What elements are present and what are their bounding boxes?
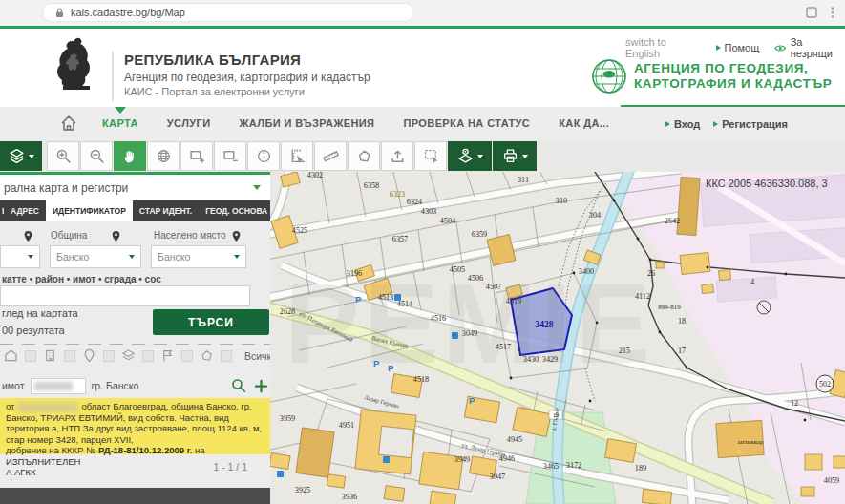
- print-menu-button[interactable]: [493, 141, 537, 171]
- parcel-label: 3959: [280, 414, 295, 423]
- agency-logo[interactable]: АГЕНЦИЯ ПО ГЕОДЕЗИЯ, КАРТОГРАФИЯ И КАДАС…: [590, 57, 832, 95]
- imot-number-input[interactable]: [31, 378, 86, 394]
- panel-footer-bar[interactable]: [0, 488, 270, 504]
- nav-item-karta[interactable]: КАРТА: [88, 107, 153, 140]
- parcel-label: 311: [518, 176, 529, 184]
- chevron-right-icon: [713, 121, 718, 127]
- polygon-icon: [356, 148, 372, 164]
- filter-checkbox[interactable]: [181, 350, 193, 362]
- select-region-button[interactable]: [414, 141, 447, 171]
- address-field[interactable]: kais.cadastre.bg/bg/Map: [42, 3, 414, 22]
- flag-icon[interactable]: [160, 348, 175, 363]
- parcel-label: 4525: [292, 226, 307, 235]
- browser-menu-icon[interactable]: [826, 6, 839, 19]
- identify-button[interactable]: [247, 141, 280, 171]
- measure-distance-button[interactable]: [314, 141, 347, 171]
- map-viewport[interactable]: 4302635863236324430345043113103042642452…: [270, 172, 845, 504]
- search-tab-стар-идент-[interactable]: СТАР ИДЕНТ.: [133, 200, 199, 221]
- export-button[interactable]: [381, 141, 413, 171]
- parcel-label: 18: [678, 317, 686, 326]
- nav-accent-line: [621, 105, 845, 107]
- browser-extension-icon[interactable]: [805, 6, 818, 19]
- parcel-label: 3949: [454, 455, 470, 464]
- info-layers-menu-button[interactable]: [448, 141, 492, 171]
- ekatte-label: катте • район • имот • сграда • сос: [2, 274, 161, 284]
- settlement-pin: [231, 230, 242, 242]
- info-layers-icon: [457, 148, 474, 164]
- pagination[interactable]: 1 - 1 / 1: [213, 461, 247, 472]
- overview-button[interactable]: [147, 141, 180, 171]
- search-panel: рална карта и регистри ЕАДРЕСИДЕНТИФИКАТ…: [0, 172, 270, 504]
- nav-link-registracia[interactable]: Регистрация: [713, 118, 788, 130]
- chevron-down-icon: [129, 255, 135, 259]
- parcel-label: 4951: [339, 421, 354, 430]
- municipality-label-row: Община: [51, 230, 87, 241]
- zoom-rect-in-button[interactable]: [180, 141, 213, 171]
- imot-search-row: имот гр. Банско: [2, 376, 268, 395]
- filter-checkbox[interactable]: [64, 350, 75, 362]
- zoom-rect-out-button[interactable]: [214, 141, 246, 171]
- chevron-right-icon: [665, 121, 670, 127]
- zoom-in-icon: [55, 148, 72, 164]
- zoom-out-icon: [89, 148, 105, 164]
- parcel-label: 12: [791, 399, 798, 408]
- layers-menu-button[interactable]: [0, 141, 42, 171]
- accessibility-link[interactable]: За незрящи: [774, 36, 845, 59]
- zoom-out-button[interactable]: [80, 141, 113, 171]
- search-tab-геод-основа[interactable]: ГЕОД. ОСНОВА: [199, 200, 274, 221]
- measure-area-button[interactable]: [348, 141, 380, 171]
- pin-icon[interactable]: [82, 348, 96, 363]
- polygon-icon[interactable]: [200, 348, 214, 363]
- layers-icon: [9, 148, 25, 164]
- area-select[interactable]: [0, 245, 40, 268]
- nav-item-zhalbi[interactable]: ЖАЛБИ И ВЪЗРАЖЕНИЯ: [224, 107, 389, 140]
- add-icon[interactable]: [254, 379, 268, 393]
- results-count: 00 резултата: [2, 325, 65, 336]
- filter-checkbox[interactable]: [25, 350, 36, 362]
- active-tab-caret-icon: [115, 107, 126, 114]
- switch-to-english-link[interactable]: switch to English: [625, 36, 701, 59]
- parcel-label: 3172: [566, 461, 581, 470]
- identifier-input[interactable]: [0, 285, 250, 306]
- search-tab-адрес[interactable]: АДРЕС: [4, 200, 46, 221]
- pan-button[interactable]: [114, 141, 146, 171]
- area-pin: [23, 230, 33, 242]
- municipality-select[interactable]: Банско: [50, 245, 141, 268]
- printer-icon: [502, 148, 518, 164]
- logo-line1: АГЕНЦИЯ ПО ГЕОДЕЗИЯ,: [634, 61, 832, 76]
- parcel-label: 6358: [364, 181, 379, 190]
- nav-item-kakda[interactable]: КАК ДА...: [544, 107, 623, 140]
- settlement-label: Населено място: [154, 230, 226, 241]
- nav-item-proverka[interactable]: ПРОВЕРКА НА СТАТУС: [389, 107, 544, 140]
- filter-checkbox[interactable]: [221, 350, 232, 362]
- help-link[interactable]: Помощ: [716, 42, 760, 53]
- kais-cadastre-portal: { "browser": { "url": "kais.cadastre.bg/…: [0, 0, 845, 504]
- search-icon[interactable]: [231, 378, 246, 393]
- search-button[interactable]: ТЪРСИ: [153, 309, 269, 335]
- result-item[interactable]: отобласт Благоевград, община Банско, гр.…: [0, 398, 270, 454]
- nav-link-vhod[interactable]: Вход: [665, 118, 700, 130]
- home-icon[interactable]: [59, 114, 78, 133]
- panel-header[interactable]: рална карта и регистри: [0, 175, 270, 200]
- chevron-right-icon: [716, 45, 721, 51]
- district-icon[interactable]: [4, 348, 18, 363]
- zoom-in-button[interactable]: [47, 141, 79, 171]
- parcel-label: антиквар: [738, 438, 764, 446]
- parcel-label: 3947: [490, 472, 505, 481]
- measure-coordinates-button[interactable]: [281, 141, 313, 171]
- filter-checkbox[interactable]: [103, 350, 115, 362]
- browser-address-bar: kais.cadastre.bg/bg/Map: [0, 0, 845, 26]
- search-tab-идентификатор[interactable]: ИДЕНТИФИКАТОР: [46, 200, 133, 221]
- filter-checkbox[interactable]: [142, 350, 154, 362]
- parcel-label: 304: [589, 211, 601, 220]
- layers-icon[interactable]: [121, 348, 136, 363]
- result-line5-pre: добрение на КККР №: [6, 445, 98, 455]
- building-icon[interactable]: [43, 348, 57, 363]
- chevron-down-icon: [253, 185, 261, 190]
- settlement-select[interactable]: Банско: [151, 245, 246, 268]
- nav-item-uslugi[interactable]: УСЛУГИ: [153, 107, 225, 140]
- map-view-label: глед на картата: [2, 307, 78, 319]
- dashed-separator: [0, 344, 270, 345]
- parcel-label: 4504: [440, 217, 455, 225]
- coordinates-readout: ККС 2005 4636330.088, 3: [706, 178, 828, 189]
